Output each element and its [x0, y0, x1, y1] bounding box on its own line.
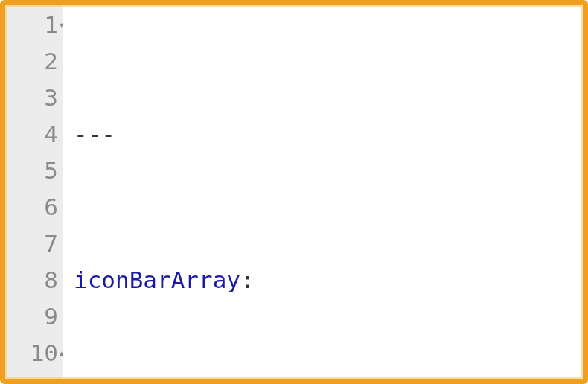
colon: : [240, 266, 255, 293]
line-number-text: 1 [44, 11, 58, 38]
line-number: 4 [5, 116, 63, 153]
line-number-text: 10 [31, 339, 58, 366]
code-area[interactable]: --- iconBarArray: - icon: "fa-info-circl… [63, 5, 583, 379]
line-number: 7 [5, 225, 63, 262]
editor-frame: 1 ▾ 2 3 4 5 6 7 8 9 10 ▴ --- iconBarArra… [0, 0, 588, 384]
line-number: 10 ▴ [5, 335, 63, 371]
line-number: 5 [5, 153, 63, 189]
line-number: 2 [5, 43, 63, 80]
yaml-key: iconBarArray [74, 266, 240, 293]
frontmatter-delim: --- [74, 121, 115, 147]
code-line: --- [74, 116, 583, 153]
line-number-gutter: 1 ▾ 2 3 4 5 6 7 8 9 10 ▴ [5, 5, 63, 379]
line-number: 8 [5, 262, 63, 298]
line-number: 1 ▾ [5, 7, 63, 43]
line-number: 3 [5, 80, 63, 116]
code-line: iconBarArray: [74, 262, 583, 298]
line-number: 9 [5, 298, 63, 335]
line-number: 6 [5, 189, 63, 225]
